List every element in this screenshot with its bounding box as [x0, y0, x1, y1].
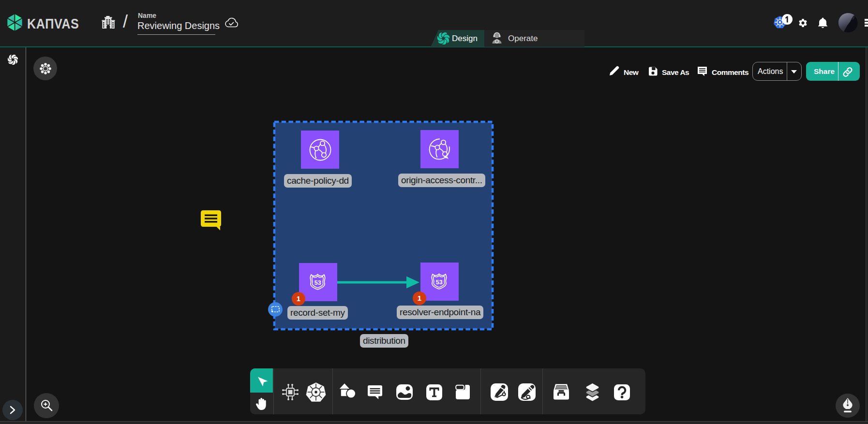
svg-text:53: 53 [314, 279, 321, 286]
svg-text:53: 53 [436, 279, 443, 286]
